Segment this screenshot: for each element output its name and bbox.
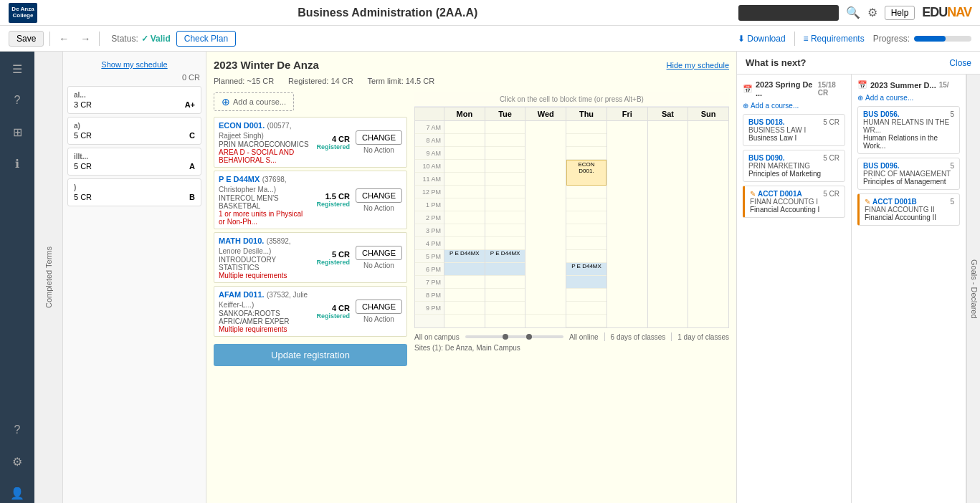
show-schedule-link[interactable]: Show my schedule: [63, 57, 206, 72]
cal-cell[interactable]: [607, 121, 647, 315]
change-button-afam[interactable]: CHANGE: [356, 300, 402, 314]
calendar-icon-spring: 📅: [743, 85, 753, 94]
cal-col-sat[interactable]: [647, 121, 688, 327]
cal-cell[interactable]: [444, 173, 485, 186]
no-action-button-econ[interactable]: No Action: [363, 146, 394, 154]
sidebar-question-icon[interactable]: ?: [7, 90, 27, 110]
download-button[interactable]: ⬇ Download: [738, 34, 786, 44]
no-action-button-math[interactable]: No Action: [363, 262, 394, 269]
add-course-summer-button[interactable]: ⊕ Add a course...: [857, 94, 913, 102]
change-button-pe[interactable]: CHANGE: [356, 188, 402, 203]
sidebar-grid-icon[interactable]: ⊞: [7, 122, 27, 142]
course-cr-afam: 4 CR: [316, 304, 350, 312]
cal-col-thu[interactable]: ECOND001. P E D44MX: [566, 121, 606, 327]
slider-label-online: All online: [569, 333, 599, 341]
check-plan-button[interactable]: Check Plan: [176, 31, 236, 47]
course-grade-3: A: [189, 162, 195, 171]
course-area-pe: 1 or more units in Physical or Non-Ph...: [219, 210, 310, 226]
cal-cell[interactable]: [566, 147, 606, 160]
cal-cell[interactable]: [485, 237, 525, 250]
undo-button[interactable]: ←: [56, 32, 72, 46]
cal-cell[interactable]: [566, 186, 606, 198]
goals-tab[interactable]: Goals - Declared: [966, 75, 980, 503]
cal-cell[interactable]: [566, 198, 606, 211]
completed-terms-panel[interactable]: Completed Terms: [34, 52, 63, 503]
spring-term-column: 📅 2023 Spring De ... 15/18 CR ⊕ Add a co…: [737, 75, 852, 503]
cal-cell[interactable]: [444, 302, 485, 315]
cal-cell[interactable]: [648, 121, 688, 315]
cal-cell[interactable]: [688, 121, 728, 315]
list-item: illt... 5 CR A: [67, 148, 201, 176]
cal-cell[interactable]: [485, 198, 525, 211]
cal-cell[interactable]: [444, 186, 485, 198]
cal-cell[interactable]: [485, 224, 525, 237]
cal-cell[interactable]: [485, 302, 525, 315]
cal-cell[interactable]: [444, 276, 485, 289]
cal-cell[interactable]: [444, 237, 485, 250]
hide-schedule-link[interactable]: Hide my schedule: [667, 61, 729, 70]
redo-button[interactable]: →: [77, 32, 93, 46]
cal-cell[interactable]: [444, 160, 485, 173]
settings-icon[interactable]: ⚙: [867, 6, 877, 19]
cal-cell[interactable]: [444, 198, 485, 211]
no-action-button-pe[interactable]: No Action: [363, 204, 394, 212]
cal-cell[interactable]: [485, 276, 525, 289]
slider-dot-2[interactable]: [526, 334, 532, 340]
change-button-econ[interactable]: CHANGE: [356, 130, 402, 145]
slider-track[interactable]: [465, 335, 563, 338]
cal-col-fri[interactable]: [606, 121, 647, 327]
sidebar-help-icon[interactable]: ?: [7, 420, 27, 440]
search-icon[interactable]: 🔍: [846, 6, 860, 19]
schedule-meta: Planned: ~15 CR Registered: 14 CR Term l…: [214, 77, 729, 85]
cal-cell[interactable]: [566, 289, 606, 302]
add-course-spring-button[interactable]: ⊕ Add a course...: [743, 102, 799, 110]
list-item: 5 CR ✎ ACCT D001A FINAN ACCOUNTG I Finan…: [743, 186, 845, 218]
cal-cell[interactable]: [485, 289, 525, 302]
sidebar-user-icon[interactable]: 👤: [7, 483, 27, 503]
cal-cell[interactable]: [485, 211, 525, 224]
update-registration-button[interactable]: Update registration: [214, 344, 407, 366]
cal-cell[interactable]: [444, 211, 485, 224]
cal-cell[interactable]: [566, 121, 606, 134]
cal-cell[interactable]: [444, 224, 485, 237]
close-button[interactable]: Close: [949, 58, 971, 68]
cal-col-wed[interactable]: [525, 121, 566, 327]
cal-col-sun[interactable]: [688, 121, 728, 327]
cal-cell[interactable]: [566, 250, 606, 263]
no-action-button-afam[interactable]: No Action: [363, 315, 394, 323]
cal-cell[interactable]: [566, 237, 606, 250]
cal-cell[interactable]: [566, 315, 606, 327]
cal-cell[interactable]: [444, 289, 485, 302]
cal-cell[interactable]: [566, 211, 606, 224]
cal-cell[interactable]: [566, 224, 606, 237]
registered-cr: Registered: 14 CR: [288, 77, 353, 85]
cal-cell[interactable]: [444, 134, 485, 147]
cal-cell[interactable]: [566, 134, 606, 147]
cal-col-tue[interactable]: P E D44MX: [485, 121, 525, 327]
slider-dot-1[interactable]: [503, 334, 508, 340]
time-7am: 7 AM: [415, 121, 444, 134]
spring-cr-badge: 15/18 CR: [818, 81, 845, 97]
time-9pm: 9 PM: [415, 302, 444, 315]
sidebar-info-icon[interactable]: ℹ: [7, 153, 27, 173]
cal-cell[interactable]: [485, 134, 525, 147]
cal-cell[interactable]: [485, 186, 525, 198]
requirements-button[interactable]: ≡ Requirements: [804, 34, 865, 44]
cal-cell[interactable]: [485, 173, 525, 186]
help-button[interactable]: Help: [885, 6, 915, 20]
cal-cell[interactable]: [485, 121, 525, 134]
sidebar-menu-icon[interactable]: ☰: [7, 59, 27, 79]
cal-cell[interactable]: [444, 121, 485, 134]
search-bar[interactable]: [738, 5, 839, 21]
cal-cell[interactable]: [525, 121, 566, 315]
add-course-button-main[interactable]: ⊕ Add a course...: [214, 92, 294, 111]
cal-cell[interactable]: [566, 302, 606, 315]
change-button-math[interactable]: CHANGE: [356, 246, 402, 260]
sidebar-settings-icon[interactable]: ⚙: [7, 451, 27, 471]
cal-cell[interactable]: [485, 147, 525, 160]
cal-cell[interactable]: [444, 147, 485, 160]
plus-icon-spring: ⊕: [743, 102, 748, 110]
save-button[interactable]: Save: [9, 31, 44, 47]
cal-col-mon[interactable]: P E D44MX: [444, 121, 485, 327]
cal-cell[interactable]: [485, 160, 525, 173]
